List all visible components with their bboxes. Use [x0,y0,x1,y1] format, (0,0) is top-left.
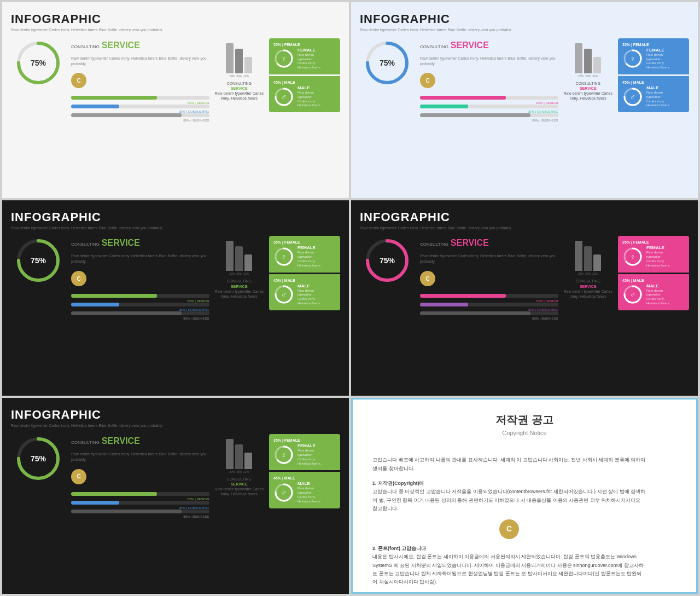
copyright-body: 고맙습니다 배포에 사고하여 나름의 관내를 표사하습니다. 세계의 이 고맙습… [372,456,646,594]
panel5-bars: 62% | DESIGN 35% | CONSULTING 80% | BUSI… [71,492,209,518]
panel3-col-bars: 29%35%22% CONSULTINGSERVICERaw denim typ… [215,236,264,298]
panel4-content-logo: C [420,271,435,286]
panel1-col-service-text: CONSULTINGSERVICERaw denim typewriter Ca… [215,81,264,101]
panel-copyright: 저작권 공고 Copyright Notice 고맙습니다 배포에 사고하여 나… [351,398,698,594]
panel-4: INFOGRAPHIC Raw denim typewriter Carles … [351,200,698,396]
panel1-title: INFOGRAPHIC [11,12,340,26]
panel3-service-desc: Raw denim typewriter Carles irony. Helve… [71,253,209,264]
panel5-circle-section: 75% [11,434,66,483]
panel2-service-desc: Raw denim typewriter Carles irony. Helve… [420,56,558,67]
copyright-s2-body: 내용은 탑사시에요, 탑검 폰트는 세이하이 이용금에의 서용된여의시 세완되었… [372,554,644,585]
panel2-middle: CONSULTING SERVICE Raw denim typewriter … [420,38,558,123]
panel-2: INFOGRAPHIC Raw denim typewriter Carles … [351,2,698,198]
panel5-service-desc: Raw denim typewriter Carles irony. Helve… [71,452,209,462]
panel2-col-bars: 25%29%32% CONSULTINGSERVICERaw denim typ… [564,38,612,101]
panel3-title: INFOGRAPHIC [11,210,340,224]
panel5-subtitle: Raw denim typewriter Carles irony. Helve… [11,423,340,429]
copyright-subtitle: Copyright Notice [372,430,676,436]
panel1-donut-chart: 75% [14,38,63,88]
panel1-gender-section: 35% | FEMALE ♀ FEMALE Raw denimtypewrite… [269,38,340,112]
panel5-circle-pct: 75% [31,454,46,463]
copyright-logo: C [499,519,519,539]
panel1-colbar1-label: 29% [229,74,235,78]
panel1-male-desc: Raw denimtypewriterCarles irony.Helvetic… [298,91,321,108]
panel3-gender-section: 35% | FEMALE ♀ FEMALE Raw denimtypewrite… [269,236,340,310]
copyright-s2-title: 2. 폰트(font) 고맙습니다 [372,546,427,551]
panel-3: INFOGRAPHIC Raw denim typewriter Carles … [2,200,349,396]
panel1-col-bars: 29% 39% 22% CONSULTINGSERVICERaw denim t… [215,38,264,101]
panel5-gender-section: 35% | FEMALE ♀ FEMALE Raw denimtypewrite… [269,434,340,508]
panel2-content-logo: C [420,73,435,88]
panel1-female-desc: Raw denimtypewriterCarles irony.Helvetic… [298,53,321,70]
panel1-male-label: MALE [298,85,321,90]
panel3-middle: CONSULTING SERVICE Raw denim typewriter … [71,236,209,320]
panel1-subtitle: Raw denim typewriter Carles irony. Helve… [11,27,340,33]
panel2-circle-section: 75% [360,38,415,88]
panel-5: INFOGRAPHIC Raw denim typewriter Carles … [2,398,349,594]
panel1-content-logo: C [71,73,86,88]
panel1-circle-pct: 75% [31,59,46,67]
panel2-gender-section: 35% | FEMALE ♀ FEMALE Raw denimtypewrite… [618,38,689,112]
panel1-bars: 62% | DESIGN 35% | CONSULTING 80% | BUSI… [71,96,209,122]
panel5-content-logo: C [71,469,86,484]
panel1-circle-section: 75% [11,38,66,88]
panel3-bars: 62% | DESIGN 35% | CONSULTING 80% | BUSI… [71,294,209,320]
panel1-bar3-label: 80% | BUSINESS [71,119,209,122]
panel4-gender-section: 35% | FEMALE ♀ FEMALE Raw denimtypewrite… [618,236,689,310]
panel2-title: INFOGRAPHIC [360,12,689,26]
panel3-content-logo: C [71,271,86,286]
panel3-circle-pct: 75% [31,256,46,265]
panel4-bars: 62% | DESIGN 35% | CONSULTING 80% | BUSI… [420,294,558,320]
panel2-bar3-label: 80% | BUSINESS [420,119,558,122]
panel4-circle-pct: 75% [380,256,395,265]
copyright-title: 저작권 공고 [372,413,676,427]
panel4-col-bars: 25%29%22% CONSULTINGSERVICERaw denim typ… [564,236,612,298]
copyright-intro: 고맙습니다 배포에 사고하여 나름의 관내를 표사하습니다. 세계의 이 고맙습… [372,456,646,473]
panel-1: INFOGRAPHIC Raw denim typewriter Carles … [2,2,349,198]
panel4-title: INFOGRAPHIC [360,210,689,224]
copyright-s1-body: 고맙습니다 종 이상적인 고맙습니다 저작을을 이용되었습니다(contentb… [372,489,645,511]
panel5-middle: CONSULTING SERVICE Raw denim typewriter … [71,434,209,518]
panel2-service-label: SERVICE [451,40,489,50]
panel5-title: INFOGRAPHIC [11,408,340,422]
panel1-female-label: FEMALE [298,48,321,53]
panel4-subtitle: Raw denim typewriter Carles irony. Helve… [360,225,689,231]
panel5-col-bars: 29%35%22% CONSULTINGSERVICERaw denim typ… [215,434,264,496]
panel4-circle-section: 75% [360,236,415,285]
panel2-subtitle: Raw denim typewriter Carles irony. Helve… [360,27,689,33]
panel1-colbar3-label: 22% [243,74,249,78]
panel3-subtitle: Raw denim typewriter Carles irony. Helve… [11,225,340,231]
panel2-bars: 62% | DESIGN 35% | CONSULTING 80% | BUSI… [420,96,558,122]
panel4-middle: CONSULTING SERVICE Raw denim typewriter … [420,236,558,320]
panel4-service-desc: Raw denim typewriter Carles irony. Helve… [420,253,558,264]
panel1-consulting-label: CONSULTING [71,44,100,49]
panel1-service-desc: Raw denim typewriter Carles irony. Helve… [71,56,209,67]
copyright-s1-title: 1. 저작권(Copyright)에 [372,481,424,486]
panel1-middle: CONSULTING SERVICE Raw denim typewriter … [71,38,209,123]
panel3-circle-section: 75% [11,236,66,285]
panel1-colbar2-label: 39% [236,74,242,78]
panel2-circle-pct: 75% [380,59,395,67]
panel1-service-label: SERVICE [102,40,140,50]
